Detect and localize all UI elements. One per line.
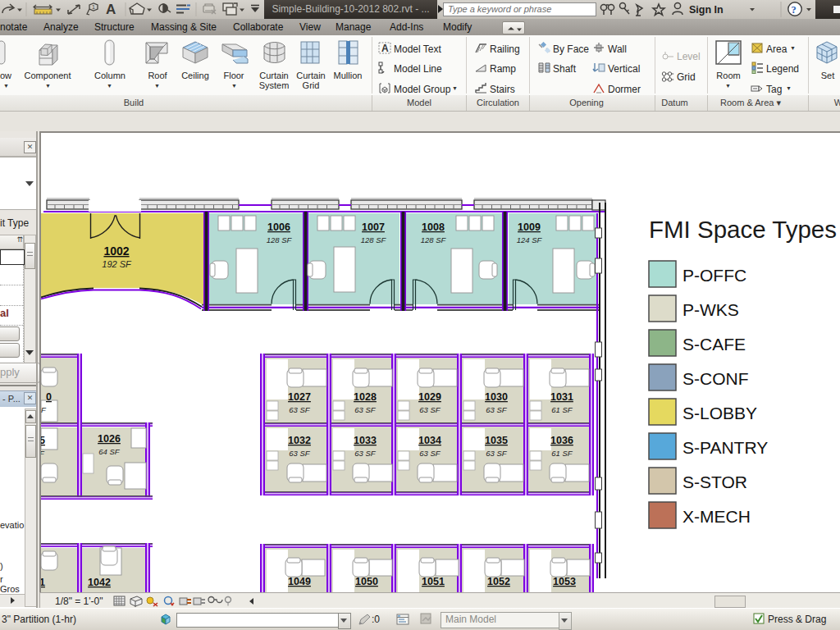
svg-text:1031: 1031 [550, 391, 573, 403]
svg-text:1042: 1042 [88, 577, 111, 588]
svg-text:63 SF: 63 SF [289, 449, 311, 458]
svg-text:63 SF: 63 SF [486, 405, 508, 414]
svg-text:1002: 1002 [103, 244, 129, 258]
svg-text:61 SF: 61 SF [551, 405, 573, 414]
svg-text:1: 1 [41, 577, 45, 588]
svg-text:63 SF: 63 SF [354, 405, 377, 414]
svg-text:1035: 1035 [485, 435, 508, 446]
svg-text:128 SF: 128 SF [421, 235, 447, 244]
svg-text:P-OFFC: P-OFFC [682, 266, 746, 285]
svg-text:1033: 1033 [354, 435, 377, 446]
svg-text:Sign In: Sign In [689, 4, 724, 16]
svg-text:1028: 1028 [354, 391, 377, 403]
svg-text:1009: 1009 [518, 221, 541, 233]
svg-text:S-STOR: S-STOR [682, 472, 747, 491]
svg-text:1051: 1051 [422, 576, 445, 587]
svg-text:P-WKS: P-WKS [682, 300, 739, 319]
svg-text:1053: 1053 [553, 576, 576, 587]
svg-text:1032: 1032 [288, 435, 311, 446]
svg-text:1030: 1030 [485, 391, 508, 403]
svg-text:1027: 1027 [288, 391, 311, 403]
svg-text:5: 5 [41, 435, 45, 446]
svg-text:A: A [106, 2, 116, 17]
svg-text:64 SF: 64 SF [98, 447, 121, 456]
svg-text:1026: 1026 [98, 433, 121, 445]
svg-text:?: ? [792, 4, 797, 16]
svg-text:0: 0 [46, 391, 52, 403]
svg-text:1049: 1049 [288, 576, 311, 587]
svg-text:63 SF: 63 SF [486, 449, 508, 458]
svg-text:1006: 1006 [267, 221, 290, 233]
svg-text:S-CONF: S-CONF [682, 369, 749, 388]
svg-text:192 SF: 192 SF [102, 259, 132, 269]
svg-text:1029: 1029 [418, 391, 441, 403]
svg-text:1050: 1050 [355, 576, 378, 587]
svg-text:X-MECH: X-MECH [682, 507, 751, 526]
svg-text:FMI Space Types: FMI Space Types [649, 216, 837, 243]
svg-text:124 SF: 124 SF [517, 235, 543, 244]
svg-text:61 SF: 61 SF [551, 449, 573, 458]
svg-text:S-CAFE: S-CAFE [682, 335, 746, 354]
svg-text:63 SF: 63 SF [289, 405, 311, 414]
svg-text:63 SF: 63 SF [419, 449, 441, 458]
svg-text:128 SF: 128 SF [267, 235, 293, 244]
svg-text:1: 1 [92, 4, 95, 10]
svg-text:63 SF: 63 SF [419, 405, 441, 414]
svg-text:1034: 1034 [418, 435, 441, 446]
svg-text:128 SF: 128 SF [361, 235, 387, 244]
svg-text:S-LOBBY: S-LOBBY [682, 404, 757, 422]
svg-text:S-PANTRY: S-PANTRY [682, 438, 768, 457]
svg-text:1007: 1007 [362, 221, 385, 233]
svg-text:1036: 1036 [550, 435, 573, 446]
svg-text:1008: 1008 [422, 221, 445, 233]
svg-text:1052: 1052 [487, 576, 510, 587]
svg-text:63 SF: 63 SF [354, 449, 377, 458]
